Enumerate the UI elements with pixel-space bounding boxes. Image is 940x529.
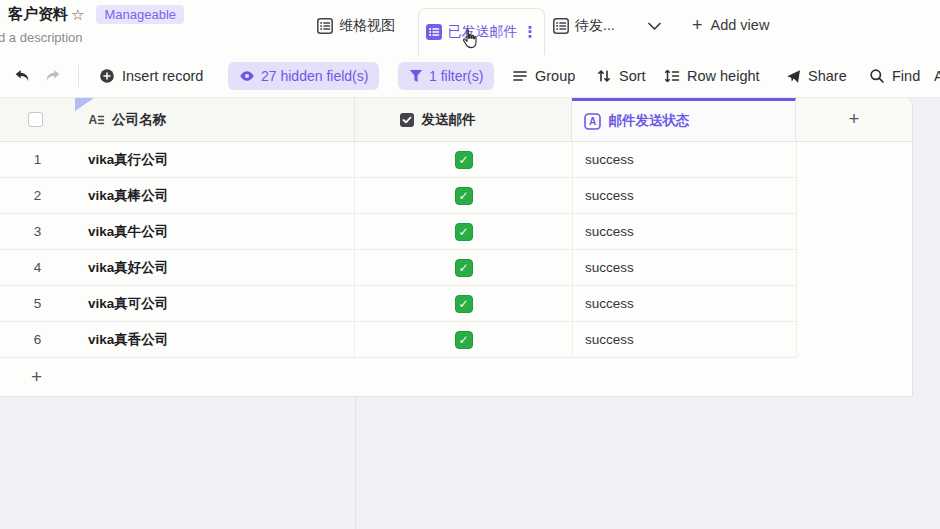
sent-checkbox-cell[interactable]: ✓	[355, 286, 573, 322]
table-row[interactable]: 2 vika真棒公司 ✓ success	[0, 178, 912, 214]
company-name-cell[interactable]: vika真行公司	[75, 142, 355, 178]
tab-label: 待发...	[575, 17, 615, 35]
add-view-button[interactable]: + Add view	[692, 17, 769, 33]
column-header-company[interactable]: A 公司名称	[75, 98, 355, 142]
partial-label: A	[934, 68, 940, 84]
view-list-dropdown[interactable]	[647, 20, 662, 33]
table-row[interactable]: 5 vika真可公司 ✓ success	[0, 286, 912, 322]
star-icon[interactable]: ☆	[71, 6, 84, 24]
column-header-sent[interactable]: 发送邮件	[355, 98, 573, 142]
select-all-checkbox[interactable]	[28, 112, 43, 127]
description-text[interactable]: d a description	[0, 30, 83, 45]
sort-button[interactable]: Sort	[596, 55, 646, 97]
row-number-cell[interactable]: 6	[0, 322, 75, 358]
filter-button[interactable]: 1 filter(s)	[398, 62, 494, 90]
checked-checkbox-icon: ✓	[455, 331, 473, 349]
tab-label: 已发送邮件	[448, 23, 518, 41]
hidden-fields-button[interactable]: 27 hidden field(s)	[228, 62, 379, 90]
share-button[interactable]: Share	[786, 55, 847, 97]
sort-label: Sort	[619, 68, 646, 84]
column-label: 公司名称	[112, 111, 166, 129]
row-number-cell[interactable]: 1	[0, 142, 75, 178]
status-value: success	[585, 296, 634, 311]
company-name-cell[interactable]: vika真棒公司	[75, 178, 355, 214]
top-bar: 客户资料 ☆ Manageable d a description 维格视图 已…	[0, 0, 940, 55]
company-name-cell[interactable]: vika真牛公司	[75, 214, 355, 250]
column-label: 发送邮件	[422, 111, 476, 129]
plus-icon: +	[692, 18, 703, 32]
redo-icon	[44, 69, 61, 83]
toolbar: Insert record 27 hidden field(s) 1 filte…	[0, 55, 940, 98]
status-cell[interactable]: success	[573, 142, 797, 178]
grid-view-icon	[426, 24, 442, 40]
tab-pending-mails[interactable]: 待发...	[553, 17, 615, 35]
company-name: vika真牛公司	[88, 223, 168, 241]
status-cell[interactable]: success	[573, 178, 797, 214]
add-field-button[interactable]: +	[796, 98, 912, 142]
eye-icon	[239, 68, 255, 84]
find-button[interactable]: Find	[869, 55, 920, 97]
row-number-cell[interactable]: 2	[0, 178, 75, 214]
funnel-icon	[409, 69, 423, 83]
column-header-status[interactable]: A 邮件发送状态	[572, 98, 796, 142]
company-name-cell[interactable]: vika真可公司	[75, 286, 355, 322]
status-cell[interactable]: success	[573, 214, 797, 250]
partial-toolbar-item[interactable]: A	[934, 55, 940, 97]
text-field-boxed-icon: A	[584, 113, 601, 130]
table-row[interactable]: 3 vika真牛公司 ✓ success	[0, 214, 912, 250]
share-label: Share	[808, 68, 847, 84]
group-lines-icon	[512, 68, 528, 84]
company-name-cell[interactable]: vika真好公司	[75, 250, 355, 286]
group-button[interactable]: Group	[512, 55, 575, 97]
table-row[interactable]: 6 vika真香公司 ✓ success	[0, 322, 912, 358]
hidden-fields-label: 27 hidden field(s)	[261, 68, 368, 84]
row-number: 6	[34, 332, 42, 347]
status-value: success	[585, 224, 634, 239]
redo-button[interactable]	[44, 55, 61, 97]
more-options-icon[interactable]: ⋮	[523, 23, 538, 41]
status-value: success	[585, 260, 634, 275]
row-number: 3	[34, 224, 42, 239]
sent-checkbox-cell[interactable]: ✓	[355, 178, 573, 214]
tab-grid-view[interactable]: 维格视图	[317, 17, 395, 35]
row-number: 1	[34, 152, 42, 167]
group-label: Group	[535, 68, 575, 84]
text-field-icon: A	[88, 112, 105, 128]
sort-arrows-icon	[596, 68, 612, 84]
tab-label: 维格视图	[339, 17, 395, 35]
status-cell[interactable]: success	[573, 322, 797, 358]
row-height-button[interactable]: Row height	[664, 55, 760, 97]
row-number-cell[interactable]: 4	[0, 250, 75, 286]
status-cell[interactable]: success	[573, 250, 797, 286]
plus-circle-icon	[99, 68, 115, 84]
grid-view-table: A 公司名称 发送邮件 A 邮件发送状态 + 1	[0, 98, 913, 397]
insert-record-button[interactable]: Insert record	[99, 55, 203, 97]
filter-label: 1 filter(s)	[429, 68, 483, 84]
row-number-cell[interactable]: 3	[0, 214, 75, 250]
status-cell[interactable]: success	[573, 286, 797, 322]
company-name: vika真可公司	[88, 295, 168, 313]
row-number-cell[interactable]: 5	[0, 286, 75, 322]
svg-text:A: A	[88, 113, 97, 127]
sent-checkbox-cell[interactable]: ✓	[355, 250, 573, 286]
sent-checkbox-cell[interactable]: ✓	[355, 322, 573, 358]
sent-checkbox-cell[interactable]: ✓	[355, 142, 573, 178]
row-number: 2	[34, 188, 42, 203]
company-name-cell[interactable]: vika真香公司	[75, 322, 355, 358]
undo-icon	[14, 69, 31, 83]
undo-button[interactable]	[14, 55, 31, 97]
status-value: success	[585, 188, 634, 203]
add-record-row[interactable]: +	[0, 358, 912, 397]
checked-checkbox-icon: ✓	[455, 187, 473, 205]
row-number: 4	[34, 260, 42, 275]
vika-datasheet-app: 客户资料 ☆ Manageable d a description 维格视图 已…	[0, 0, 940, 529]
sent-checkbox-cell[interactable]: ✓	[355, 214, 573, 250]
table-row[interactable]: 4 vika真好公司 ✓ success	[0, 250, 912, 286]
checkbox-field-icon	[399, 112, 415, 128]
tab-sent-mails-active[interactable]: 已发送邮件 ⋮	[418, 8, 545, 55]
grid-view-icon	[317, 18, 333, 34]
status-value: success	[585, 152, 634, 167]
table-row[interactable]: 1 vika真行公司 ✓ success	[0, 142, 912, 178]
page-title: 客户资料	[8, 5, 68, 24]
checked-checkbox-icon: ✓	[455, 223, 473, 241]
